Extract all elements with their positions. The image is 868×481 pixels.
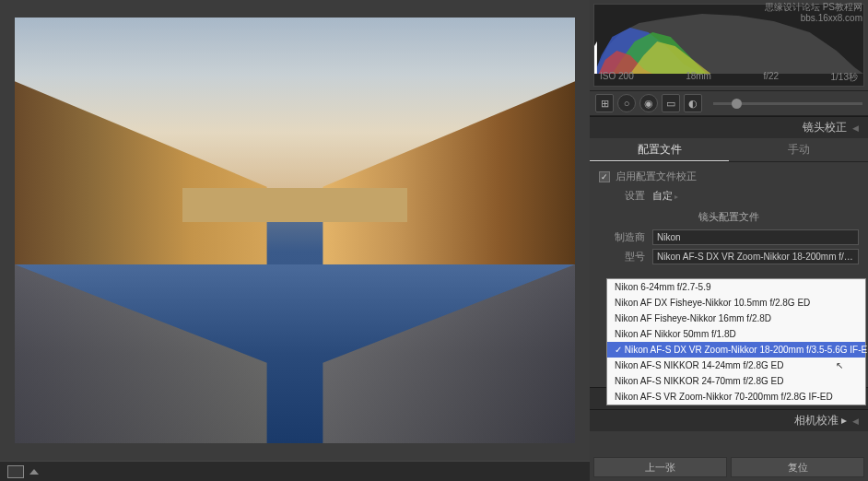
- lens-profile-title: 镜头配置文件: [599, 210, 859, 224]
- histogram-focal: 18mm: [686, 71, 711, 84]
- spot-tool-icon[interactable]: ○: [617, 94, 636, 112]
- lens-option[interactable]: Nikon 6-24mm f/2.7-5.9: [607, 279, 865, 295]
- model-dropdown[interactable]: Nikon AF-S DX VR Zoom-Nikkor 18-200mm f/…: [652, 249, 859, 264]
- histogram-shutter: 1/13秒: [831, 71, 858, 84]
- camera-calibration-header[interactable]: 相机校准 ▸: [590, 409, 868, 431]
- lens-option[interactable]: ✓ Nikon AF-S DX VR Zoom-Nikkor 18-200mm …: [607, 342, 865, 358]
- crop-tool-icon[interactable]: ⊞: [595, 94, 614, 112]
- lens-option[interactable]: Nikon AF Nikkor 50mm f/1.8D: [607, 326, 865, 342]
- filmstrip-toggle-icon[interactable]: [29, 469, 39, 475]
- lens-option[interactable]: Nikon AF-S VR Zoom-Nikkor 70-200mm f/2.8…: [607, 389, 865, 405]
- model-label: 型号: [599, 250, 645, 264]
- lens-correction-header[interactable]: 镜头校正: [590, 116, 868, 138]
- photo-viewport: [0, 0, 590, 461]
- prev-button[interactable]: 上一张: [593, 457, 727, 477]
- histogram-aperture: f/22: [763, 71, 779, 84]
- redeye-tool-icon[interactable]: ◉: [639, 94, 658, 112]
- lens-option[interactable]: Nikon AF Fisheye-Nikkor 16mm f/2.8D: [607, 311, 865, 326]
- brush-tool-icon[interactable]: ◐: [684, 94, 702, 112]
- reset-button[interactable]: 复位: [731, 457, 864, 477]
- enable-profile-checkbox[interactable]: ✓: [599, 171, 610, 182]
- make-dropdown[interactable]: Nikon: [652, 229, 859, 245]
- preview-image[interactable]: [15, 18, 575, 443]
- lens-option[interactable]: Nikon AF-S NIKKOR 24-70mm f/2.8G ED: [607, 373, 865, 389]
- setup-dropdown[interactable]: 自定: [652, 189, 678, 203]
- lens-model-dropdown-list: Nikon 6-24mm f/2.7-5.9 Nikon AF DX Fishe…: [606, 278, 866, 405]
- make-label: 制造商: [599, 230, 645, 244]
- enable-profile-label: 启用配置文件校正: [616, 170, 697, 183]
- setup-label: 设置: [599, 189, 645, 203]
- develop-panel: 思缘设计论坛 PS教程网 bbs.16xx8.com ISO 200 18mm …: [590, 0, 868, 481]
- histogram-iso: ISO 200: [600, 71, 634, 84]
- tab-manual[interactable]: 手动: [729, 138, 868, 161]
- view-mode-icon[interactable]: [7, 465, 24, 478]
- profile-panel-body: ✓ 启用配置文件校正 设置 自定 镜头配置文件 制造商 Nikon 型号 Nik…: [590, 162, 868, 276]
- filmstrip-toolbar: [0, 461, 590, 481]
- tool-slider[interactable]: [713, 102, 862, 105]
- watermark: 思缘设计论坛 PS教程网 bbs.16xx8.com: [765, 2, 862, 24]
- tool-strip: ⊞ ○ ◉ ▭ ◐: [590, 90, 868, 116]
- lens-tabs: 配置文件 手动: [590, 138, 868, 162]
- gradient-tool-icon[interactable]: ▭: [662, 94, 680, 112]
- lens-option[interactable]: Nikon AF DX Fisheye-Nikkor 10.5mm f/2.8G…: [607, 295, 865, 311]
- tab-profile[interactable]: 配置文件: [590, 138, 729, 161]
- lens-option[interactable]: Nikon AF-S NIKKOR 14-24mm f/2.8G ED↖: [607, 358, 865, 373]
